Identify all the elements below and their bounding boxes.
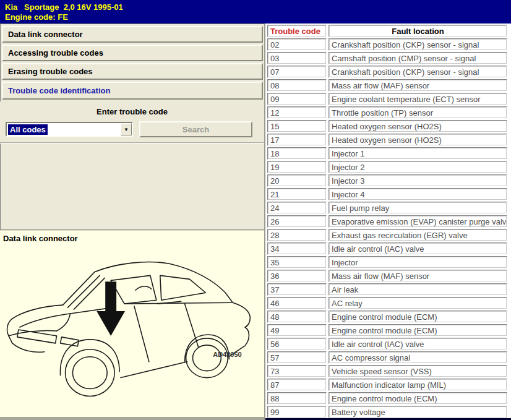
trouble-code-cell: 88 bbox=[267, 392, 327, 405]
trouble-code-cell: 28 bbox=[267, 229, 327, 241]
table-row[interactable]: 34Idle air control (IAC) valve bbox=[267, 242, 507, 255]
trouble-code-cell: 08 bbox=[267, 79, 327, 92]
menu-item-data-link-connector[interactable]: Data link connector bbox=[2, 26, 263, 43]
left-panel-filler bbox=[0, 144, 264, 229]
table-row[interactable]: 20Injector 3 bbox=[267, 174, 507, 187]
fault-location-cell: Injector bbox=[328, 256, 507, 268]
trouble-code-search-section: Enter trouble code All codes ▼ Search bbox=[0, 101, 264, 144]
car-diagram: AD42050 bbox=[2, 247, 261, 405]
trouble-code-cell: 87 bbox=[267, 379, 327, 391]
table-row[interactable]: 18Injector 1 bbox=[267, 147, 507, 160]
trouble-code-cell: 24 bbox=[267, 202, 327, 214]
table-row[interactable]: 48Engine control module (ECM) bbox=[267, 311, 507, 323]
fault-location-cell: AC compressor signal bbox=[328, 351, 507, 364]
menu-item-accessing-trouble-codes[interactable]: Accessing trouble codes bbox=[2, 45, 263, 61]
trouble-code-combobox[interactable]: All codes ▼ bbox=[6, 122, 133, 137]
table-row[interactable]: 37Air leak bbox=[267, 283, 507, 296]
data-link-connector-panel: Data link connector bbox=[0, 229, 264, 420]
trouble-code-cell: 02 bbox=[267, 38, 327, 51]
trouble-code-cell: 35 bbox=[267, 256, 327, 268]
fault-location-cell: Engine control module (ECM) bbox=[328, 324, 507, 336]
fault-location-cell: Evaporative emission (EVAP) canister pur… bbox=[328, 215, 507, 228]
trouble-code-cell: 19 bbox=[267, 161, 327, 173]
trouble-code-cell: 20 bbox=[267, 174, 327, 187]
table-row[interactable]: 73Vehicle speed sensor (VSS) bbox=[267, 365, 507, 377]
table-row[interactable]: 08Mass air flow (MAF) sensor bbox=[267, 79, 507, 92]
vehicle-header: Kia Sportage 2,0 16V 1995-01 Engine code… bbox=[0, 0, 511, 24]
table-row[interactable]: 87Malfunction indicator lamp (MIL) bbox=[267, 379, 507, 391]
fault-location-cell: Crankshaft position (CKP) sensor - signa… bbox=[328, 38, 507, 51]
fault-location-cell: Air leak bbox=[328, 283, 507, 296]
menu-item-label: Trouble code identification bbox=[8, 86, 110, 95]
fault-location-cell: Engine control module (ECM) bbox=[328, 311, 507, 323]
trouble-code-cell: 34 bbox=[267, 242, 327, 255]
fault-location-cell: Injector 4 bbox=[328, 188, 507, 200]
trouble-code-cell: 18 bbox=[267, 147, 327, 160]
diagram-title: Data link connector bbox=[0, 231, 264, 243]
trouble-code-cell: 15 bbox=[267, 120, 327, 132]
fault-location-cell: Mass air flow (MAF) sensor bbox=[328, 79, 507, 92]
table-row[interactable]: 99Battery voltage bbox=[267, 406, 507, 418]
fault-location-cell: Camshaft position (CMP) sensor - signal bbox=[328, 52, 507, 64]
table-row[interactable]: 17Heated oxygen sensor (HO2S) bbox=[267, 134, 507, 146]
trouble-code-cell: 46 bbox=[267, 297, 327, 309]
fault-location-cell: Injector 1 bbox=[328, 147, 507, 160]
fault-location-cell: Malfunction indicator lamp (MIL) bbox=[328, 379, 507, 391]
trouble-code-cell: 37 bbox=[267, 283, 327, 296]
menu-item-label: Data link connector bbox=[8, 30, 83, 39]
trouble-code-cell: 21 bbox=[267, 188, 327, 200]
trouble-code-cell: 03 bbox=[267, 52, 327, 64]
figure-reference-label: AD42050 bbox=[213, 351, 241, 358]
trouble-code-column-header: Trouble code bbox=[267, 25, 327, 37]
table-row[interactable]: 09Engine coolant temperature (ECT) senso… bbox=[267, 93, 507, 105]
fault-location-cell: Engine control module (ECM) bbox=[328, 392, 507, 405]
enter-trouble-code-label: Enter trouble code bbox=[1, 107, 263, 116]
menu-item-trouble-code-identification[interactable]: Trouble code identification bbox=[2, 82, 263, 100]
table-row[interactable]: 03Camshaft position (CMP) sensor - signa… bbox=[267, 52, 507, 64]
table-row[interactable]: 88Engine control module (ECM) bbox=[267, 392, 507, 405]
fault-location-cell: Heated oxygen sensor (HO2S) bbox=[328, 120, 507, 132]
fault-location-cell: Exhaust gas recirculation (EGR) valve bbox=[328, 229, 507, 241]
combobox-selected-value: All codes bbox=[8, 124, 48, 135]
table-row[interactable]: 56Idle air control (IAC) valve bbox=[267, 338, 507, 350]
chevron-down-icon[interactable]: ▼ bbox=[121, 123, 132, 135]
table-row[interactable]: 07Crankshaft position (CKP) sensor - sig… bbox=[267, 66, 507, 78]
table-row[interactable]: 26Evaporative emission (EVAP) canister p… bbox=[267, 215, 507, 228]
trouble-code-cell: 07 bbox=[267, 66, 327, 78]
trouble-code-cell: 49 bbox=[267, 324, 327, 336]
table-body: 02Crankshaft position (CKP) sensor - sig… bbox=[267, 38, 507, 418]
fault-location-cell: Fuel pump relay bbox=[328, 202, 507, 214]
vehicle-title: Kia Sportage 2,0 16V 1995-01 bbox=[5, 2, 506, 12]
trouble-code-cell: 09 bbox=[267, 93, 327, 105]
table-row[interactable]: 21Injector 4 bbox=[267, 188, 507, 200]
fault-location-cell: Battery voltage bbox=[328, 406, 507, 418]
table-header-row: Trouble code Fault location bbox=[267, 25, 507, 37]
table-row[interactable]: 12Throttle position (TP) sensor bbox=[267, 106, 507, 119]
fault-location-cell: Heated oxygen sensor (HO2S) bbox=[328, 134, 507, 146]
location-arrow-icon bbox=[97, 281, 125, 336]
trouble-code-cell: 99 bbox=[267, 406, 327, 418]
fault-location-cell: Mass air flow (MAF) sensor bbox=[328, 270, 507, 282]
table-row[interactable]: 49Engine control module (ECM) bbox=[267, 324, 507, 336]
table-row[interactable]: 57AC compressor signal bbox=[267, 351, 507, 364]
table-row[interactable]: 46AC relay bbox=[267, 297, 507, 309]
table-row[interactable]: 36Mass air flow (MAF) sensor bbox=[267, 270, 507, 282]
trouble-code-cell: 56 bbox=[267, 338, 327, 350]
menu-item-erasing-trouble-codes[interactable]: Erasing trouble codes bbox=[2, 63, 263, 80]
fault-location-cell: Idle air control (IAC) valve bbox=[328, 338, 507, 350]
table-row[interactable]: 28Exhaust gas recirculation (EGR) valve bbox=[267, 229, 507, 241]
table-row[interactable]: 19Injector 2 bbox=[267, 161, 507, 173]
left-panel: Data link connector Accessing trouble co… bbox=[0, 24, 265, 420]
trouble-code-cell: 12 bbox=[267, 106, 327, 119]
menu-item-label: Accessing trouble codes bbox=[8, 48, 103, 58]
table-row[interactable]: 15Heated oxygen sensor (HO2S) bbox=[267, 120, 507, 132]
search-button[interactable]: Search bbox=[139, 121, 252, 137]
fault-location-cell: AC relay bbox=[328, 297, 507, 309]
table-row[interactable]: 24Fuel pump relay bbox=[267, 202, 507, 214]
table-row[interactable]: 35Injector bbox=[267, 256, 507, 268]
main-area: Data link connector Accessing trouble co… bbox=[0, 24, 511, 420]
trouble-code-cell: 26 bbox=[267, 215, 327, 228]
fault-location-column-header: Fault location bbox=[328, 25, 507, 37]
table-row[interactable]: 02Crankshaft position (CKP) sensor - sig… bbox=[267, 38, 507, 51]
topic-menu: Data link connector Accessing trouble co… bbox=[0, 24, 264, 101]
